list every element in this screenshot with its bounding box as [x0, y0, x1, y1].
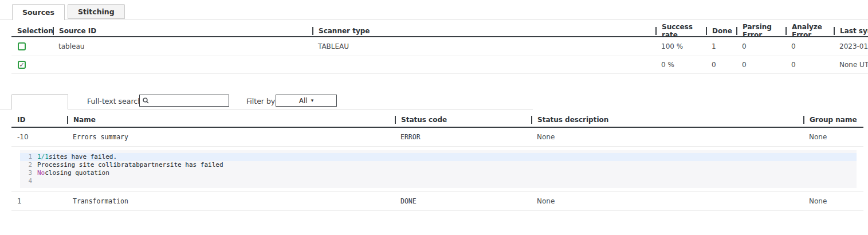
filter-tab-divider — [0, 109, 533, 109]
column-header-group-name[interactable]: Group name — [803, 112, 863, 127]
column-header-analyze-error[interactable]: Analyze Error — [785, 23, 834, 39]
column-header-success-rate[interactable]: Success rate — [655, 23, 706, 39]
status-table: ID Name Status code Status description G… — [11, 112, 863, 211]
error-log-block: 1 1/1 sites have failed. 2 Processing si… — [20, 150, 857, 188]
search-box — [139, 95, 229, 107]
analyze-error-cell: 0 — [785, 42, 834, 50]
log-line: 2 Processing site collibratabpartnersite… — [20, 161, 857, 169]
source-row-empty: ✓ 0 % 0 0 0 None UTC — [11, 56, 868, 74]
column-header-scanner-type[interactable]: Scanner type — [312, 23, 655, 39]
checkmark-icon: ✓ — [19, 62, 24, 68]
status-row-errors-summary: -10 Errors summary ERROR None None — [11, 128, 863, 147]
source-row-tableau: tableau TABLEAU 100 % 1 0 0 2023-01-0 — [11, 37, 868, 56]
group-name-cell: None — [803, 133, 863, 141]
log-line: 3 No closing quotation — [20, 169, 857, 177]
row-checkbox-unchecked[interactable] — [18, 42, 26, 50]
column-header-status-description[interactable]: Status description — [531, 112, 803, 127]
row-checkbox-checked[interactable]: ✓ — [18, 61, 26, 69]
status-code-cell: DONE — [395, 197, 531, 205]
search-input[interactable] — [151, 96, 229, 105]
status-code-cell: ERROR — [395, 133, 531, 141]
column-header-last-sync[interactable]: Last sync — [834, 23, 868, 39]
empty-tab[interactable] — [11, 94, 68, 109]
last-sync-cell: None UTC — [834, 61, 868, 69]
log-line: 4 — [20, 177, 857, 185]
column-header-parsing-error[interactable]: Parsing Error — [736, 23, 785, 39]
column-header-done[interactable]: Done — [706, 23, 736, 39]
log-line: 1 1/1 sites have failed. — [20, 153, 857, 161]
line-number: 3 — [24, 169, 32, 177]
last-sync-cell: 2023-01-0 — [834, 42, 868, 50]
name-cell: Errors summary — [67, 133, 395, 141]
line-number: 1 — [24, 153, 32, 161]
status-row-transformation: 1 Transformation DONE None None — [11, 192, 863, 211]
tab-sources[interactable]: Sources — [12, 4, 65, 20]
name-cell: Transformation — [67, 197, 395, 205]
status-description-cell: None — [531, 133, 803, 141]
source-id-cell: tableau — [53, 42, 312, 50]
id-cell: -10 — [11, 133, 67, 141]
analyze-error-cell: 0 — [785, 61, 834, 69]
sources-table: Selection Source ID Scanner type Success… — [11, 23, 868, 74]
search-label: Full-text search — [87, 97, 142, 105]
column-header-status-code[interactable]: Status code — [395, 112, 531, 127]
status-table-header: ID Name Status code Status description G… — [11, 112, 863, 128]
status-description-cell: None — [531, 197, 803, 205]
column-header-name[interactable]: Name — [67, 112, 395, 127]
success-rate-cell: 100 % — [655, 42, 706, 50]
search-icon — [143, 97, 149, 104]
parsing-error-cell: 0 — [736, 42, 785, 50]
tab-bar-divider — [0, 19, 868, 19]
line-number: 4 — [24, 177, 32, 185]
chevron-down-icon: ▾ — [311, 98, 314, 103]
sources-table-header: Selection Source ID Scanner type Success… — [11, 23, 868, 37]
parsing-error-cell: 0 — [736, 61, 785, 69]
column-header-source-id[interactable]: Source ID — [53, 23, 312, 39]
column-header-id[interactable]: ID — [11, 112, 67, 127]
filter-dropdown-value: All — [299, 97, 308, 105]
scanner-type-cell: TABLEAU — [312, 42, 655, 50]
group-name-cell: None — [803, 197, 863, 205]
error-log-section: 1 1/1 sites have failed. 2 Processing si… — [11, 147, 863, 192]
id-cell: 1 — [11, 197, 67, 205]
tab-stitching[interactable]: Stitching — [68, 4, 125, 19]
filter-by-label: Filter by — [246, 97, 275, 105]
column-header-selection[interactable]: Selection — [11, 23, 53, 39]
done-cell: 1 — [706, 42, 736, 50]
success-rate-cell: 0 % — [655, 61, 706, 69]
line-number: 2 — [24, 161, 32, 169]
filter-dropdown[interactable]: All ▾ — [276, 95, 337, 107]
tab-bar: Sources Stitching — [12, 4, 125, 20]
done-cell: 0 — [706, 61, 736, 69]
